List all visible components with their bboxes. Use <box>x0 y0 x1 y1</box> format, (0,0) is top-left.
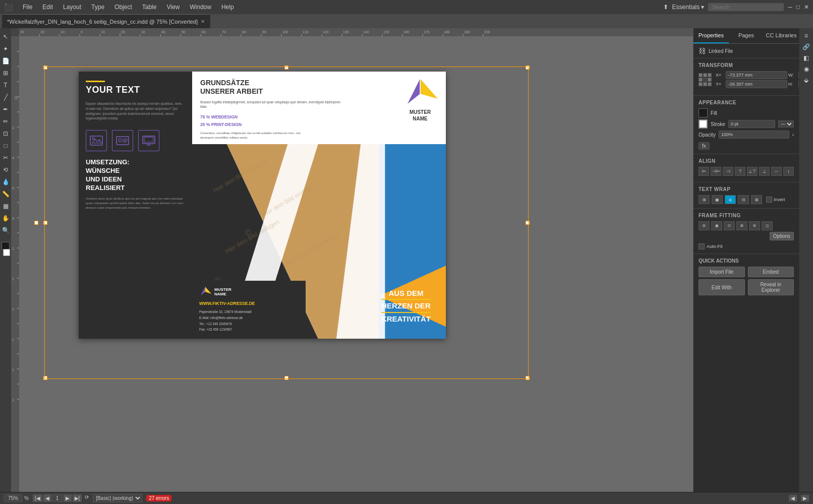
essentials-button[interactable]: Essentials ▾ <box>672 4 705 11</box>
fx-button[interactable]: fx <box>699 142 710 150</box>
tab-close-button[interactable]: ✕ <box>201 19 205 24</box>
direct-select-tool[interactable]: ✦ <box>2 44 9 53</box>
menu-file[interactable]: File <box>19 3 36 12</box>
ff-fit-content-prop-button[interactable]: ◫ <box>762 221 773 230</box>
type-tool[interactable]: T <box>3 81 8 90</box>
frame-fitting-options-button[interactable]: Options <box>770 232 794 240</box>
layers-icon[interactable]: ◧ <box>803 54 809 61</box>
minimize-button[interactable]: ─ <box>788 4 792 11</box>
align-left-button[interactable]: ⊢ <box>699 167 709 176</box>
tw-next-button[interactable]: ⊠ <box>751 195 762 204</box>
ff-fill-button[interactable]: ▣ <box>711 221 722 230</box>
tab-cc-libraries[interactable]: CC Libraries <box>764 28 799 43</box>
landscape-icon <box>89 135 103 146</box>
search-input[interactable] <box>708 3 784 11</box>
rect-frame-tool[interactable]: ⊡ <box>2 129 9 138</box>
menu-edit[interactable]: Edit <box>38 3 57 12</box>
zoom-tool[interactable]: 🔍 <box>1 226 11 235</box>
opacity-input[interactable] <box>719 131 789 139</box>
gradient-tool[interactable]: ▦ <box>2 202 10 211</box>
canvas-content[interactable]: YOUR TEXT Equam sitauearchic illaut face… <box>19 36 693 492</box>
handle-br[interactable] <box>526 376 530 380</box>
stroke-value-input[interactable] <box>728 120 775 128</box>
stroke-color-indicator[interactable] <box>3 249 10 256</box>
error-badge[interactable]: 27 errors <box>146 495 171 501</box>
free-transform-tool[interactable]: ⟲ <box>2 165 9 174</box>
stroke-swatch[interactable] <box>699 119 708 129</box>
menu-help[interactable]: Help <box>217 3 238 12</box>
distribute-v-button[interactable]: ↕ <box>783 167 794 176</box>
select-tool[interactable]: ↖ <box>2 32 9 41</box>
ff-fit-frame-button[interactable]: ⊠ <box>736 221 747 230</box>
align-center-v-button[interactable]: ⊥⊤ <box>747 167 758 176</box>
align-center-h-button[interactable]: ⊣⊢ <box>711 167 721 176</box>
tw-bounding-button[interactable]: ▣ <box>712 195 723 204</box>
tw-object-button[interactable]: ◈ <box>725 195 736 204</box>
document-tab[interactable]: *Wickelfalzflyer_DIN_lang_hoch_6 seitig_… <box>2 14 210 28</box>
handle-bl[interactable] <box>43 376 47 380</box>
menu-layout[interactable]: Layout <box>59 3 85 12</box>
hand-tool[interactable]: ✋ <box>1 214 11 223</box>
style-select[interactable]: [Basic] (working) <box>93 494 142 502</box>
tab-pages[interactable]: Pages <box>729 28 764 43</box>
status-right-arrow[interactable]: ▶ <box>801 495 809 501</box>
import-file-button[interactable]: Import File <box>699 267 745 277</box>
ref-point-grid[interactable] <box>699 73 712 86</box>
stroke-type-select[interactable]: — <box>778 120 794 128</box>
pen-tool[interactable]: ✒ <box>2 105 9 114</box>
fill-swatch[interactable] <box>699 108 708 117</box>
handle-extra[interactable] <box>34 221 38 225</box>
scissors-tool[interactable]: ✂ <box>2 153 9 162</box>
y-input[interactable] <box>726 80 787 88</box>
last-page-button[interactable]: ▶| <box>73 494 82 502</box>
tw-jump-button[interactable]: ⊟ <box>738 195 749 204</box>
linked-file-label: Linked File <box>709 48 733 54</box>
zoom-input[interactable] <box>4 494 22 502</box>
status-left-arrow[interactable]: ◀ <box>789 495 797 501</box>
edit-with-button[interactable]: Edit With <box>699 279 745 295</box>
handle-tr[interactable] <box>526 66 530 70</box>
next-page-button[interactable]: ▶ <box>64 494 72 502</box>
share-button[interactable]: ⬆ <box>663 4 668 11</box>
ff-proportional-button[interactable]: ⊞ <box>699 221 710 230</box>
x-input[interactable] <box>726 71 787 79</box>
tab-properties[interactable]: Properties <box>693 28 729 43</box>
close-button[interactable]: ✕ <box>804 4 809 11</box>
handle-ml[interactable] <box>43 221 47 225</box>
prev-page-button[interactable]: ◀ <box>43 494 51 502</box>
handle-tl[interactable] <box>43 66 47 70</box>
align-right-button[interactable]: ⊣ <box>723 167 733 176</box>
pencil-tool[interactable]: ✏ <box>2 117 9 126</box>
link-icon[interactable]: 🔗 <box>802 43 810 50</box>
handle-bm[interactable] <box>284 376 288 380</box>
align-bottom-button[interactable]: ⊥ <box>759 167 770 176</box>
align-top-button[interactable]: ⊤ <box>735 167 745 176</box>
ff-fit-content-button[interactable]: ⊡ <box>724 221 735 230</box>
menu-window[interactable]: Window <box>186 3 215 12</box>
first-page-button[interactable]: |◀ <box>33 494 42 502</box>
measure-tool[interactable]: 📏 <box>1 190 11 199</box>
handle-tm[interactable] <box>284 66 288 70</box>
tw-none-button[interactable]: ⊞ <box>699 195 710 204</box>
page-tool[interactable]: 📄 <box>1 56 11 66</box>
page-input[interactable] <box>52 494 63 502</box>
autofit-checkbox[interactable] <box>699 243 705 249</box>
invert-checkbox[interactable] <box>766 197 772 203</box>
line-tool[interactable]: ╱ <box>3 93 9 102</box>
reveal-in-explorer-button[interactable]: Reveal in Explorer <box>748 279 794 295</box>
ff-center-button[interactable]: ⊞ <box>749 221 760 230</box>
embed-button[interactable]: Embed <box>748 267 794 277</box>
menu-object[interactable]: Object <box>110 3 136 12</box>
distribute-h-button[interactable]: ↔ <box>771 167 782 176</box>
eyedropper-tool[interactable]: 💧 <box>1 177 11 186</box>
gap-tool[interactable]: ⊞ <box>2 69 9 78</box>
menu-view[interactable]: View <box>162 3 184 12</box>
color-icon[interactable]: ◉ <box>804 66 809 73</box>
maximize-button[interactable]: □ <box>796 4 800 11</box>
swatches-icon[interactable]: ⬙ <box>804 77 808 84</box>
menu-table[interactable]: Table <box>138 3 161 12</box>
handle-mr[interactable] <box>526 221 530 225</box>
menu-type[interactable]: Type <box>87 3 108 12</box>
rect-tool[interactable]: □ <box>3 141 8 150</box>
properties-icon[interactable]: ≡ <box>804 32 808 39</box>
